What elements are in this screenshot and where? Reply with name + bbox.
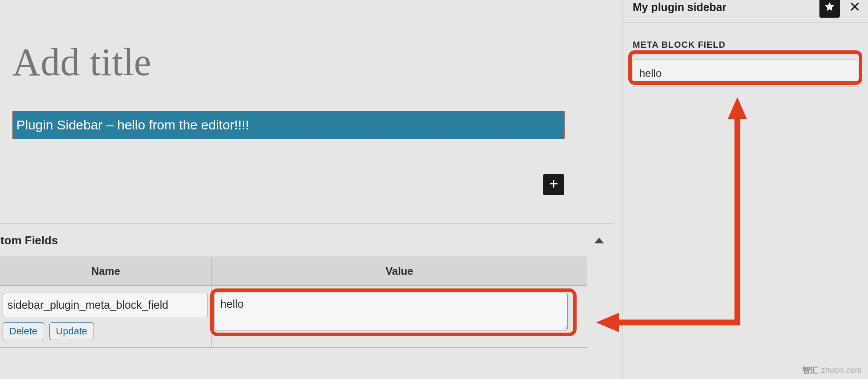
sidebar-title: My plugin sidebar [633, 1, 819, 14]
editor-canvas: Plugin Sidebar – hello from the editor!!… [0, 0, 623, 379]
custom-fields-panel: Custom Fields Name Value Delete Update [0, 224, 614, 348]
custom-field-value-textarea[interactable] [215, 293, 568, 330]
column-header-name: Name [0, 257, 212, 285]
custom-fields-title: Custom Fields [0, 234, 58, 247]
meta-field-label: META BLOCK FIELD [633, 40, 858, 50]
star-icon [824, 1, 835, 14]
column-header-value: Value [212, 257, 587, 285]
delete-button[interactable]: Delete [3, 322, 44, 340]
custom-fields-table: Name Value Delete Update [0, 257, 587, 348]
table-header-row: Name Value [0, 257, 587, 286]
update-button[interactable]: Update [49, 322, 94, 340]
watermark: 智汇 zhuon.com [802, 365, 862, 375]
close-icon [849, 0, 861, 15]
sidebar-header: My plugin sidebar [623, 0, 868, 23]
plugin-sidebar: My plugin sidebar META BLOCK FIELD 智汇 zh… [623, 0, 868, 379]
add-block-button[interactable] [543, 174, 564, 195]
post-title-input[interactable] [12, 40, 586, 84]
custom-field-name-input[interactable] [3, 293, 208, 317]
table-row: Delete Update [0, 286, 587, 347]
pin-sidebar-button[interactable] [819, 0, 840, 18]
collapse-icon [594, 238, 604, 243]
custom-fields-header[interactable]: Custom Fields [0, 224, 614, 257]
plugin-sidebar-block[interactable]: Plugin Sidebar – hello from the editor!!… [12, 111, 565, 139]
meta-block-field-input[interactable] [633, 60, 858, 87]
close-sidebar-button[interactable] [848, 0, 862, 15]
plus-icon [548, 178, 559, 191]
